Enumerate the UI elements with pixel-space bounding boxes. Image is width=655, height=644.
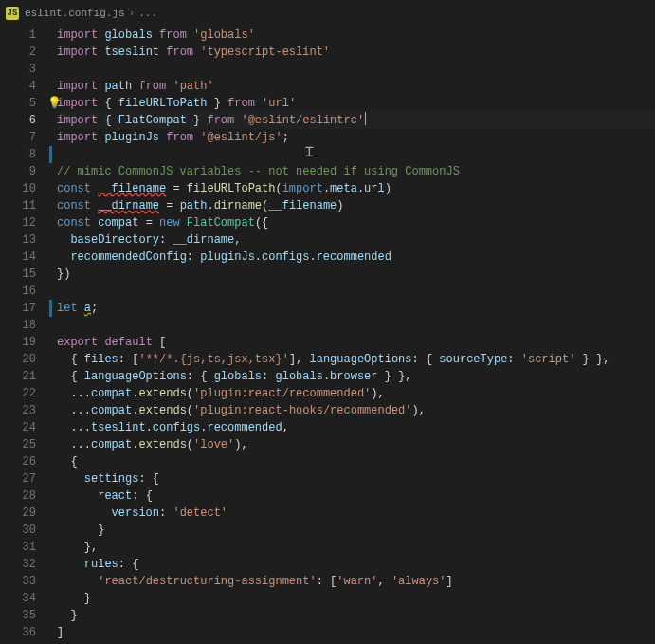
- code-line[interactable]: recommendedConfig: pluginJs.configs.reco…: [57, 248, 655, 266]
- code-line[interactable]: [57, 317, 655, 334]
- line-number[interactable]: 1: [0, 27, 36, 44]
- code-token: import: [57, 97, 98, 110]
- line-number[interactable]: 14: [0, 248, 36, 266]
- code-line[interactable]: import path from 'path': [57, 78, 655, 95]
- code-token: }: [187, 114, 208, 127]
- code-line[interactable]: [57, 61, 655, 78]
- line-number[interactable]: 11: [0, 197, 36, 214]
- breadcrumb[interactable]: JS eslint.config.js › ...: [0, 0, 655, 27]
- code-line[interactable]: {: [57, 453, 655, 470]
- code-token: :: [159, 506, 173, 520]
- line-number-gutter[interactable]: 1234567891011121314151617181920212223242…: [0, 27, 49, 644]
- line-number[interactable]: 4: [0, 78, 36, 95]
- code-token: ({: [255, 216, 268, 230]
- code-line[interactable]: ...compat.extends('plugin:react-hooks/re…: [57, 402, 655, 419]
- code-line[interactable]: ...tseslint.configs.recommended,: [57, 419, 655, 436]
- line-number[interactable]: 18: [0, 317, 36, 334]
- line-number[interactable]: 2: [0, 44, 36, 61]
- code-line[interactable]: settings: {: [57, 470, 655, 488]
- line-number[interactable]: 20: [0, 351, 36, 368]
- line-number[interactable]: 22: [0, 385, 36, 402]
- code-token: path: [180, 199, 208, 212]
- code-line[interactable]: [57, 283, 655, 300]
- code-line[interactable]: let a;: [57, 300, 655, 317]
- line-number[interactable]: 23: [0, 402, 36, 419]
- code-token: from: [166, 46, 193, 59]
- code-line[interactable]: const __dirname = path.dirname(__filenam…: [57, 197, 655, 214]
- code-line[interactable]: }: [57, 590, 655, 607]
- code-line[interactable]: },: [57, 539, 655, 556]
- code-line[interactable]: import { fileURLToPath } from 'url': [57, 95, 655, 112]
- code-token: import: [57, 28, 98, 42]
- code-line[interactable]: ]: [57, 624, 655, 641]
- line-number[interactable]: 12: [0, 214, 36, 231]
- code-line[interactable]: ...compat.extends('love'),: [57, 436, 655, 453]
- code-token: [57, 489, 98, 503]
- code-line[interactable]: import globals from 'globals': [57, 27, 655, 44]
- line-number[interactable]: 31: [0, 539, 36, 556]
- code-line[interactable]: { languageOptions: { globals: globals.br…: [57, 368, 655, 385]
- code-line[interactable]: import tseslint from 'typescript-eslint': [57, 44, 655, 61]
- code-line[interactable]: import pluginJs from '@eslint/js';: [57, 129, 655, 146]
- code-token: settings: [84, 472, 139, 486]
- code-token: tseslint: [104, 46, 159, 59]
- code-token: globals: [214, 370, 262, 383]
- code-token: import: [57, 114, 98, 127]
- line-number[interactable]: 32: [0, 556, 36, 573]
- code-line[interactable]: rules: {: [57, 556, 655, 573]
- breadcrumb-filename[interactable]: eslint.config.js: [25, 8, 125, 19]
- code-line[interactable]: baseDirectory: __dirname,: [57, 231, 655, 248]
- line-number[interactable]: 9: [0, 163, 36, 180]
- breadcrumb-ellipsis[interactable]: ...: [138, 8, 157, 19]
- line-number[interactable]: 25: [0, 436, 36, 453]
- code-area[interactable]: import globals from 'globals'import tses…: [57, 27, 655, 644]
- code-token: ]: [446, 575, 453, 588]
- code-token: FlatCompat: [187, 216, 255, 230]
- code-token: tseslint: [91, 421, 146, 434]
- code-line[interactable]: export default [: [57, 334, 655, 351]
- code-line[interactable]: }: [57, 522, 655, 539]
- code-line[interactable]: { files: ['**/*.{js,ts,jsx,tsx}'], langu…: [57, 351, 655, 368]
- code-line[interactable]: const compat = new FlatCompat({: [57, 214, 655, 231]
- line-number[interactable]: 21: [0, 368, 36, 385]
- code-token: languageOptions: [309, 353, 411, 366]
- code-line[interactable]: import { FlatCompat } from '@eslint/esli…: [57, 112, 655, 129]
- code-line[interactable]: react: {: [57, 488, 655, 505]
- line-number[interactable]: 15: [0, 266, 36, 283]
- code-token: react: [98, 489, 132, 503]
- code-token: : [: [118, 353, 139, 366]
- line-number[interactable]: 5: [0, 95, 36, 112]
- line-number[interactable]: 13: [0, 231, 36, 248]
- line-number[interactable]: 34: [0, 590, 36, 607]
- line-number[interactable]: 28: [0, 488, 36, 505]
- line-number[interactable]: 7: [0, 129, 36, 146]
- line-number[interactable]: 26: [0, 453, 36, 470]
- code-line[interactable]: 'react/destructuring-assignment': ['warn…: [57, 573, 655, 590]
- line-number[interactable]: 19: [0, 334, 36, 351]
- code-line[interactable]: version: 'detect': [57, 505, 655, 522]
- code-token: {: [57, 455, 78, 469]
- decoration-gutter: 💡: [49, 27, 57, 644]
- line-number[interactable]: 16: [0, 283, 36, 300]
- code-line[interactable]: }): [57, 266, 655, 283]
- code-token: [255, 97, 262, 110]
- line-number[interactable]: 30: [0, 522, 36, 539]
- line-number[interactable]: 8: [0, 146, 36, 163]
- editor[interactable]: 1234567891011121314151617181920212223242…: [0, 27, 655, 644]
- code-line[interactable]: }: [57, 607, 655, 624]
- line-number[interactable]: 35: [0, 607, 36, 624]
- line-number[interactable]: 33: [0, 573, 36, 590]
- code-line[interactable]: [57, 146, 655, 163]
- code-line[interactable]: // mimic CommonJS variables -- not neede…: [57, 163, 655, 180]
- line-number[interactable]: 3: [0, 61, 36, 78]
- line-number[interactable]: 10: [0, 180, 36, 197]
- line-number[interactable]: 24: [0, 419, 36, 436]
- line-number[interactable]: 29: [0, 505, 36, 522]
- line-number[interactable]: 27: [0, 470, 36, 488]
- line-number[interactable]: 6: [0, 112, 36, 129]
- line-number[interactable]: 17: [0, 300, 36, 317]
- code-line[interactable]: ...compat.extends('plugin:react/recommen…: [57, 385, 655, 402]
- line-number[interactable]: 36: [0, 624, 36, 641]
- code-line[interactable]: const __filename = fileURLToPath(import.…: [57, 180, 655, 197]
- code-token: from: [159, 28, 187, 42]
